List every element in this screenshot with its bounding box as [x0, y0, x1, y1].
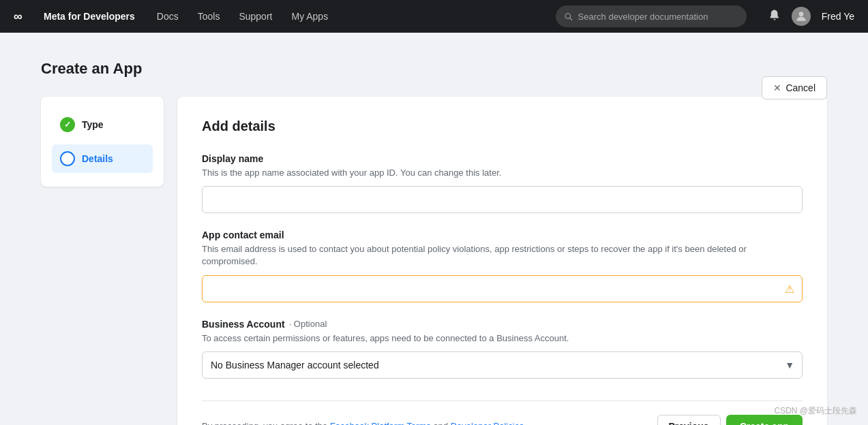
- cancel-x-icon: ✕: [773, 82, 781, 93]
- steps-sidebar: Type Details: [41, 97, 164, 187]
- cancel-label: Cancel: [785, 82, 815, 93]
- step-details-circle-icon: [60, 151, 75, 166]
- and-text: and: [431, 421, 451, 425]
- search-input[interactable]: [578, 12, 738, 22]
- display-name-input[interactable]: [202, 186, 803, 213]
- previous-button[interactable]: Previous: [657, 415, 721, 425]
- footer-terms-text: By proceeding, you agree to the Facebook…: [202, 421, 526, 425]
- nav-support[interactable]: Support: [239, 11, 272, 22]
- agreement-text: By proceeding, you agree to the: [202, 421, 330, 425]
- search-bar[interactable]: [556, 5, 747, 27]
- business-account-group: Business Account · Optional To access ce…: [202, 319, 803, 379]
- step-type[interactable]: Type: [52, 110, 153, 139]
- facebook-terms-link[interactable]: Facebook Platform Terms: [330, 421, 431, 425]
- warning-icon: ⚠: [785, 282, 794, 295]
- header-nav: Docs Tools Support My Apps: [157, 11, 534, 22]
- svg-point-3: [798, 12, 803, 16]
- business-account-select[interactable]: No Business Manager account selected: [202, 351, 803, 379]
- display-name-group: Display name This is the app name associ…: [202, 153, 803, 213]
- watermark: CSDN @爱码士段先森: [774, 405, 857, 417]
- header-right: Fred Ye: [768, 7, 854, 26]
- business-account-desc: To access certain permissions or feature…: [202, 332, 803, 345]
- display-name-desc: This is the app name associated with you…: [202, 167, 803, 179]
- developer-policies-link[interactable]: Developer Policies.: [451, 421, 526, 425]
- step-type-label: Type: [82, 119, 104, 130]
- logo-text: Meta for Developers: [44, 11, 135, 22]
- step-details[interactable]: Details: [52, 144, 153, 173]
- form-panel: Add details Display name This is the app…: [177, 97, 827, 425]
- optional-badge: · Optional: [289, 319, 327, 329]
- svg-text:∞: ∞: [14, 10, 23, 23]
- page-title: Create an App: [41, 60, 827, 78]
- header: ∞ Meta for Developers Docs Tools Support…: [0, 0, 868, 33]
- contact-email-label: App contact email: [202, 230, 803, 240]
- wizard: Type Details Add details Display name Th…: [41, 97, 827, 425]
- form-footer: By proceeding, you agree to the Facebook…: [202, 400, 803, 425]
- nav-my-apps[interactable]: My Apps: [291, 11, 328, 22]
- contact-email-wrapper: ⚠: [202, 275, 803, 302]
- form-section-title: Add details: [202, 119, 803, 134]
- user-name: Fred Ye: [822, 11, 854, 22]
- business-account-label: Business Account · Optional: [202, 319, 803, 330]
- svg-line-2: [570, 18, 572, 20]
- contact-email-group: App contact email This email address is …: [202, 230, 803, 302]
- contact-email-input[interactable]: [202, 275, 803, 302]
- search-icon: [564, 12, 573, 21]
- business-account-label-text: Business Account: [202, 319, 285, 330]
- contact-email-desc: This email address is used to contact yo…: [202, 243, 803, 268]
- step-details-label: Details: [82, 153, 113, 164]
- nav-tools[interactable]: Tools: [198, 11, 220, 22]
- nav-docs[interactable]: Docs: [157, 11, 179, 22]
- logo[interactable]: ∞ Meta for Developers: [14, 10, 135, 23]
- bell-icon[interactable]: [768, 9, 781, 24]
- step-type-check-icon: [60, 117, 75, 132]
- page-content: Create an App Type Details Add details D…: [0, 33, 868, 425]
- display-name-label: Display name: [202, 153, 803, 164]
- avatar: [792, 7, 811, 26]
- business-account-select-wrapper: No Business Manager account selected ▼: [202, 351, 803, 379]
- cancel-button[interactable]: ✕ Cancel: [762, 76, 827, 99]
